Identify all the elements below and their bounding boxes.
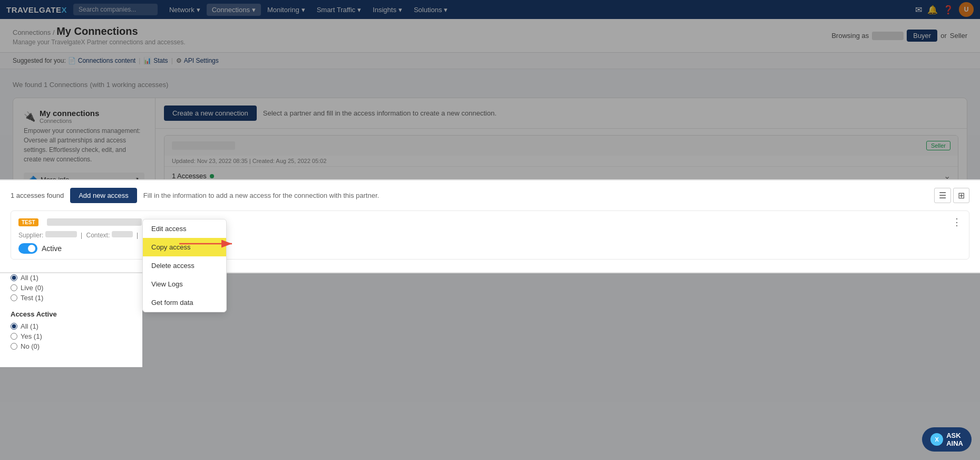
access-panel-header: 1 accesses found Add new access Fill in … [11, 188, 969, 203]
modal-overlay [0, 0, 980, 208]
view-toggle: ☰ ⊞ [934, 188, 969, 203]
add-new-access-button[interactable]: Add new access [70, 188, 137, 203]
grid-view-button[interactable]: ⊞ [953, 188, 969, 203]
fill-info-text: Fill in the information to add a new acc… [143, 191, 928, 199]
accesses-found-text: 1 accesses found [11, 191, 64, 199]
list-view-button[interactable]: ☰ [934, 188, 951, 203]
access-panel: 1 accesses found Add new access Fill in … [0, 179, 980, 208]
